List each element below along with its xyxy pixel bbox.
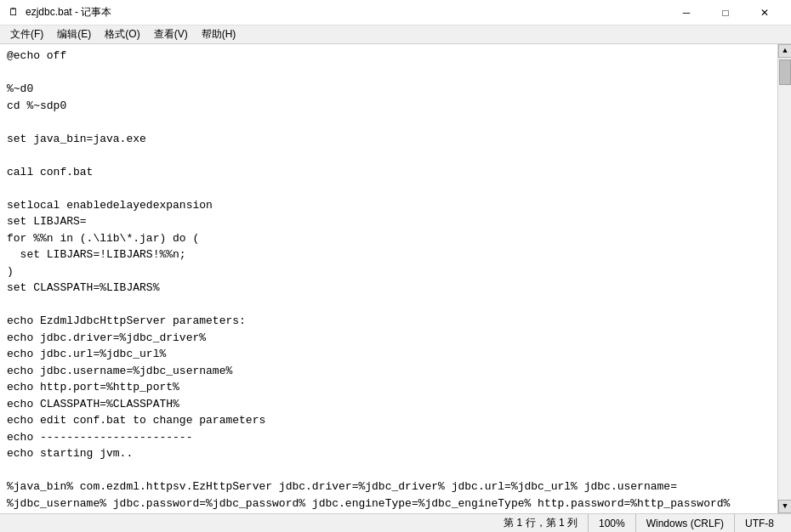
window-controls: ─ □ ✕ bbox=[667, 0, 784, 25]
scroll-thumb[interactable] bbox=[779, 59, 791, 85]
scroll-down-button[interactable]: ▼ bbox=[778, 500, 791, 513]
editor-container: @echo off %~d0 cd %~sdp0 set java_bin=ja… bbox=[0, 44, 791, 513]
app-icon: 🗒 bbox=[7, 6, 20, 20]
menu-view[interactable]: 查看(V) bbox=[147, 25, 195, 43]
maximize-button[interactable]: □ bbox=[706, 0, 745, 25]
menu-format[interactable]: 格式(O) bbox=[98, 25, 146, 43]
editor-text[interactable]: @echo off %~d0 cd %~sdp0 set java_bin=ja… bbox=[7, 48, 771, 513]
menu-bar: 文件(F) 编辑(E) 格式(O) 查看(V) 帮助(H) bbox=[0, 25, 791, 44]
menu-edit[interactable]: 编辑(E) bbox=[50, 25, 98, 43]
zoom-level: 100% bbox=[589, 514, 636, 532]
cursor-position: 第 1 行，第 1 列 bbox=[493, 514, 589, 532]
vertical-scrollbar[interactable]: ▲ ▼ bbox=[777, 44, 791, 513]
editor-scroll-area[interactable]: @echo off %~d0 cd %~sdp0 set java_bin=ja… bbox=[0, 44, 777, 513]
minimize-button[interactable]: ─ bbox=[667, 0, 706, 25]
window-title: ezjdbc.bat - 记事本 bbox=[26, 5, 667, 20]
scroll-track[interactable] bbox=[778, 58, 791, 500]
menu-file[interactable]: 文件(F) bbox=[3, 25, 50, 43]
encoding: UTF-8 bbox=[735, 514, 784, 532]
scroll-up-button[interactable]: ▲ bbox=[778, 44, 791, 58]
close-button[interactable]: ✕ bbox=[745, 0, 784, 25]
line-ending: Windows (CRLF) bbox=[636, 514, 735, 532]
menu-help[interactable]: 帮助(H) bbox=[195, 25, 243, 43]
title-bar: 🗒 ezjdbc.bat - 记事本 ─ □ ✕ bbox=[0, 0, 791, 25]
status-bar: 第 1 行，第 1 列 100% Windows (CRLF) UTF-8 bbox=[0, 513, 791, 532]
